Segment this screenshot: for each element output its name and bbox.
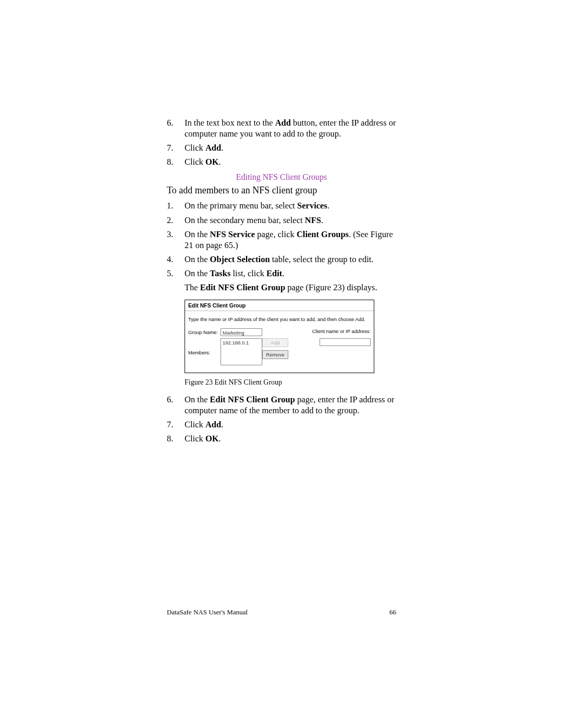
dialog-instruction: Type the name or IP address of the clien… [188,316,371,322]
client-ip-label: Client name or IP address: [312,328,371,334]
members-listbox[interactable]: 192.168.0.1 [221,338,262,365]
footer-page-number: 66 [389,608,396,616]
group-name-input[interactable]: Marketing [221,328,262,336]
figure-caption: Figure 23 Edit NFS Client Group [185,378,396,387]
step-text: On the Edit NFS Client Group page, enter… [185,394,396,416]
step-item: 2.On the secondary menu bar, select NFS. [167,215,396,226]
step-number: 6. [167,394,185,416]
step-text: In the text box next to the Add button, … [185,117,396,139]
step-number: 8. [167,433,185,444]
step-number: 1. [167,200,185,211]
step-text: Click Add. [185,142,396,153]
step-text: On the primary menu bar, select Services… [185,200,396,211]
step-item: 7.Click Add. [167,419,396,430]
add-button[interactable]: Add [262,338,288,347]
step-text: Click OK. [185,156,396,167]
step-item: 6.On the Edit NFS Client Group page, ent… [167,394,396,416]
step-item: 6.In the text box next to the Add button… [167,117,396,139]
subsection-heading: To add members to an NFS client group [167,185,396,196]
remove-button[interactable]: Remove [262,350,288,359]
step-number: 3. [167,229,185,251]
step-number: 8. [167,156,185,167]
step-item: 7.Click Add. [167,142,396,153]
members-label: Members: [188,338,221,355]
step-number: 4. [167,254,185,265]
step-text: Click OK. [185,433,396,444]
edit-nfs-client-group-dialog: Edit NFS Client Group Type the name or I… [185,300,374,373]
step-item: 8.Click OK. [167,433,396,444]
client-ip-input[interactable] [320,338,371,346]
step-number: 7. [167,142,185,153]
step-text: Click Add. [185,419,396,430]
step-text: On the Object Selection table, select th… [185,254,396,265]
step-number: 2. [167,215,185,226]
step-text: On the NFS Service page, click Client Gr… [185,229,396,251]
step-text: On the secondary menu bar, select NFS. [185,215,396,226]
step-item: 4.On the Object Selection table, select … [167,254,396,265]
footer-manual-title: DataSafe NAS User's Manual [167,608,248,616]
result-text: The Edit NFS Client Group page (Figure 2… [185,282,396,293]
step-item: 3.On the NFS Service page, click Client … [167,229,396,251]
step-item: 8.Click OK. [167,156,396,167]
step-item: 5.On the Tasks list, click Edit. [167,268,396,279]
step-number: 5. [167,268,185,279]
step-item: 1.On the primary menu bar, select Servic… [167,200,396,211]
dialog-title: Edit NFS Client Group [185,300,374,311]
step-number: 6. [167,117,185,139]
group-name-label: Group Name: [188,328,221,335]
step-number: 7. [167,419,185,430]
step-text: On the Tasks list, click Edit. [185,268,396,279]
section-link: Editing NFS Client Groups [167,172,396,182]
